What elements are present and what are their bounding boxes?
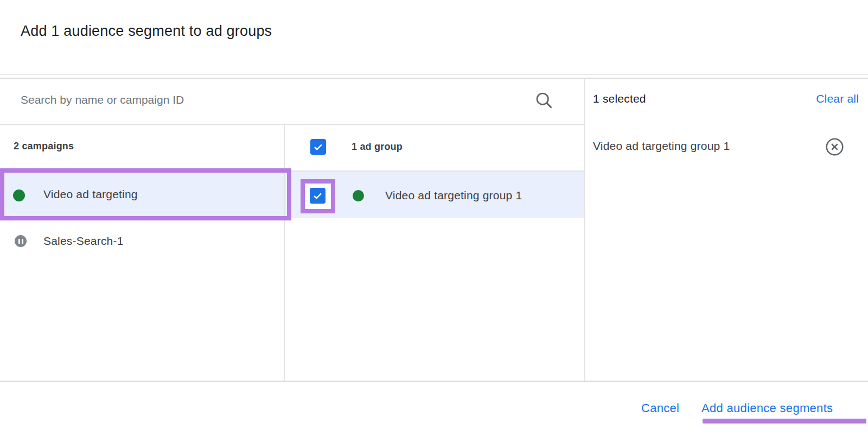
- adgroups-count-header: 1 ad group: [352, 141, 403, 153]
- cancel-button[interactable]: Cancel: [641, 401, 679, 415]
- adgroups-header-divider: [285, 170, 584, 172]
- selection-panel-divider: [584, 78, 585, 381]
- dialog-title: Add 1 audience segment to ad groups: [21, 23, 272, 40]
- annotation-underline-submit: [703, 419, 866, 424]
- campaign-name[interactable]: Video ad targeting: [43, 188, 138, 201]
- add-audience-segments-button[interactable]: Add audience segments: [701, 401, 833, 415]
- header-divider: [0, 78, 868, 79]
- campaigns-adgroups-divider: [284, 124, 285, 381]
- search-icon[interactable]: [534, 90, 553, 110]
- adgroup-name[interactable]: Video ad targeting group 1: [385, 189, 522, 202]
- selected-count-label: 1 selected: [593, 92, 646, 105]
- clear-all-button[interactable]: Clear all: [816, 92, 859, 105]
- checkmark-icon: [311, 189, 324, 202]
- header-divider-light: [0, 74, 868, 75]
- search-row-divider: [0, 124, 584, 125]
- paused-status-icon: [15, 235, 27, 247]
- checkmark-icon: [312, 141, 324, 153]
- search-input[interactable]: [21, 86, 509, 114]
- content-bottom-divider: [0, 381, 868, 382]
- campaign-row-video-ad-targeting[interactable]: [0, 169, 284, 218]
- remove-selected-item-icon[interactable]: [825, 137, 844, 156]
- selected-item-label: Video ad targeting group 1: [593, 140, 730, 153]
- enabled-status-icon: [353, 190, 364, 201]
- campaign-name[interactable]: Sales-Search-1: [43, 235, 124, 248]
- add-audience-dialog: Add 1 audience segment to ad groups 2 ca…: [0, 0, 868, 436]
- adgroup-checkbox[interactable]: [310, 188, 326, 204]
- enabled-status-icon: [13, 189, 25, 201]
- select-all-adgroups-checkbox[interactable]: [310, 139, 326, 155]
- campaigns-count-header: 2 campaigns: [14, 141, 74, 152]
